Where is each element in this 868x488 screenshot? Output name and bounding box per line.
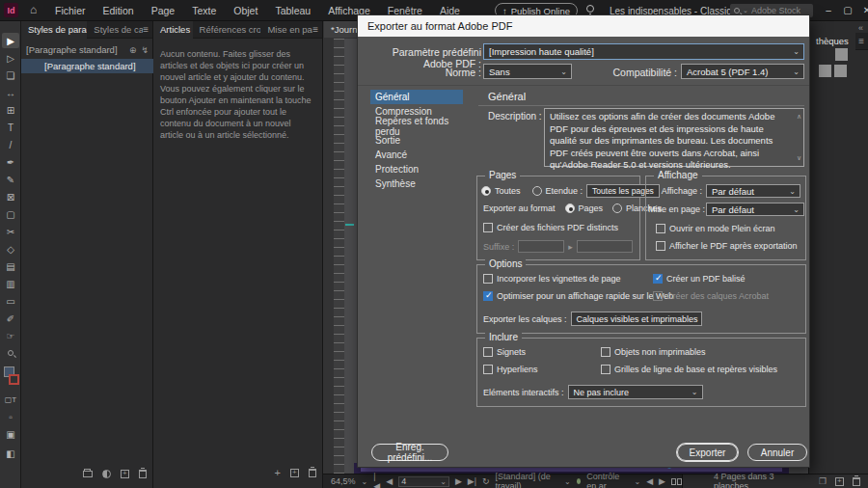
trash-icon[interactable] [309,469,316,477]
dialog-section-sortie[interactable]: Sortie [370,133,463,148]
tab-bibliotheques[interactable]: thèques [809,33,855,50]
menu-texte[interactable]: Texte [183,0,225,21]
trash-icon[interactable] [853,477,860,486]
spread-view-icon[interactable] [671,478,682,485]
gradient-feather-tool[interactable]: ▥ [2,276,19,291]
hand-tool[interactable]: ☞ [2,328,19,343]
etendue-label[interactable]: Etendue : [546,186,583,196]
preview-mode-icon[interactable]: ▣ [2,426,19,442]
rectangle-tool[interactable]: ▢ [2,206,19,222]
optimiser-web-label[interactable]: Optimiser pour un affichage rapide sur l… [497,291,673,301]
eyedropper-tool[interactable]: ✐ [2,311,19,326]
zoom-tool[interactable] [2,345,19,361]
panel-menu-icon[interactable]: ≡ [143,24,149,35]
plein-ecran-checkbox[interactable] [656,224,665,233]
export-calques-dropdown[interactable]: Calques visibles et imprimables ⌄ [571,312,702,326]
planches-radio[interactable] [612,203,622,213]
formatting-affects-icon[interactable]: ▢T [2,392,19,407]
hyperliens-checkbox[interactable] [483,365,493,374]
dialog-section-protection[interactable]: Protection [370,162,463,176]
menu-tableau[interactable]: Tableau [266,0,319,21]
home-icon[interactable]: ⌂ [30,3,37,16]
scissors-tool[interactable]: ✂ [2,224,19,239]
afficher-apres-checkbox[interactable] [656,241,665,251]
color-group-icon[interactable] [102,470,111,478]
scroll-up-icon[interactable]: ∧ [797,111,801,123]
prev-error-button[interactable]: ◀ [646,476,653,486]
selection-tool[interactable]: ▶ [2,33,19,48]
dialog-section-reperes[interactable]: Repères et fonds perdu [370,119,463,133]
menu-objet[interactable]: Objet [225,0,266,21]
chevron-down-icon[interactable]: ⌄ [362,477,368,486]
preflight-arrow-icon[interactable]: ↻ [482,476,490,486]
content-collector-tool[interactable]: ⊞ [2,102,19,118]
edit-page-size-icon[interactable]: ❐ [819,476,827,486]
pages-radio-label[interactable]: Pages [579,203,604,213]
vignettes-label[interactable]: Incorporer les vignettes de page [497,274,621,284]
new-style-icon[interactable] [121,470,129,478]
free-transform-tool[interactable]: ◇ [2,241,19,257]
panel-menu-icon[interactable]: ≡ [312,24,318,35]
chevron-down-icon[interactable]: ⌄ [634,477,640,486]
etendue-radio[interactable] [532,186,542,196]
style-override-icon[interactable]: ↯ [141,45,149,55]
toutes-label[interactable]: Toutes [495,186,521,196]
dialog-section-synthese[interactable]: Synthèse [370,176,463,191]
preflight-status[interactable]: Contrôle en ar [586,472,628,488]
minimize-button[interactable]: – [820,0,837,19]
zoom-level[interactable]: 64,5% [331,476,356,486]
export-button[interactable]: Exporter [677,444,738,461]
menu-fichier[interactable]: Fichier [46,0,95,21]
tab-styles-paragraphe[interactable]: Styles de paragraphe [21,21,87,39]
signets-checkbox[interactable] [483,347,493,357]
afficher-apres-label[interactable]: Afficher le PDF après exportation [669,241,797,251]
maximize-button[interactable]: ▢ [839,0,856,19]
folder-icon[interactable] [83,471,93,477]
prev-page-button[interactable]: ◀ [386,476,393,486]
signets-label[interactable]: Signets [497,347,526,357]
style-add-icon[interactable]: ⊕ [129,45,137,55]
pen-tool[interactable]: ✒ [2,154,19,170]
library-thumbnail[interactable] [835,48,848,61]
tab-mise-en-page[interactable]: Mise en pa [260,21,312,39]
gap-tool[interactable]: ↔ [2,85,19,100]
hyperliens-label[interactable]: Hyperliens [497,365,538,374]
new-page-icon[interactable] [835,477,844,486]
apply-none-icon[interactable]: ▫ [2,409,19,424]
grilles-label[interactable]: Grilles de ligne de base et repères visi… [614,365,777,374]
optimiser-web-checkbox[interactable] [483,291,493,301]
direct-selection-tool[interactable]: ▷ [2,50,19,66]
norme-dropdown[interactable]: Sans ⌄ [483,64,572,79]
plein-ecran-label[interactable]: Ouvrir en mode Plein écran [669,224,775,233]
first-page-button[interactable]: |◀ [373,472,380,488]
grilles-checkbox[interactable] [601,365,610,374]
chevron-down-icon[interactable]: ⌄ [564,477,571,486]
menu-edition[interactable]: Edition [95,0,143,21]
toutes-radio[interactable] [481,186,491,196]
objets-non-imprimables-checkbox[interactable] [601,347,610,357]
pdf-distincts-checkbox[interactable] [483,223,493,232]
affichage-dropdown[interactable]: Par défaut ⌄ [706,184,800,198]
menu-page[interactable]: Page [143,0,184,21]
pdf-distincts-label[interactable]: Créer des fichiers PDF distincts [497,223,618,232]
mise-en-page-dropdown[interactable]: Par défaut ⌄ [706,203,804,216]
objets-non-imprimables-label[interactable]: Objets non imprimables [614,347,706,357]
pencil-tool[interactable]: ✎ [2,172,19,187]
dialog-section-avance[interactable]: Avancé [370,148,463,162]
tab-articles[interactable]: Articles [153,21,193,39]
page-number-box[interactable]: ⌄ [398,476,449,487]
type-tool[interactable]: T [2,120,19,135]
cancel-button[interactable]: Annuler [747,444,807,461]
add-article-icon[interactable]: + [275,467,281,478]
line-tool[interactable]: / [2,137,19,152]
tab-styles-caractere[interactable]: Styles de caractè [87,21,143,39]
pdf-balise-checkbox[interactable] [653,274,663,284]
elements-interactifs-dropdown[interactable]: Ne pas inclure ⌄ [568,385,703,399]
page-number-input[interactable] [401,476,440,486]
trash-icon[interactable] [139,470,147,478]
preset-dropdown[interactable]: [Impression haute qualité] ⌄ [483,43,804,60]
save-preset-button[interactable]: Enreg. prédéfini... [371,444,448,461]
stroke-swatch[interactable] [9,374,19,385]
new-article-icon[interactable] [290,469,299,477]
chevron-down-icon[interactable]: ⌄ [440,477,447,486]
